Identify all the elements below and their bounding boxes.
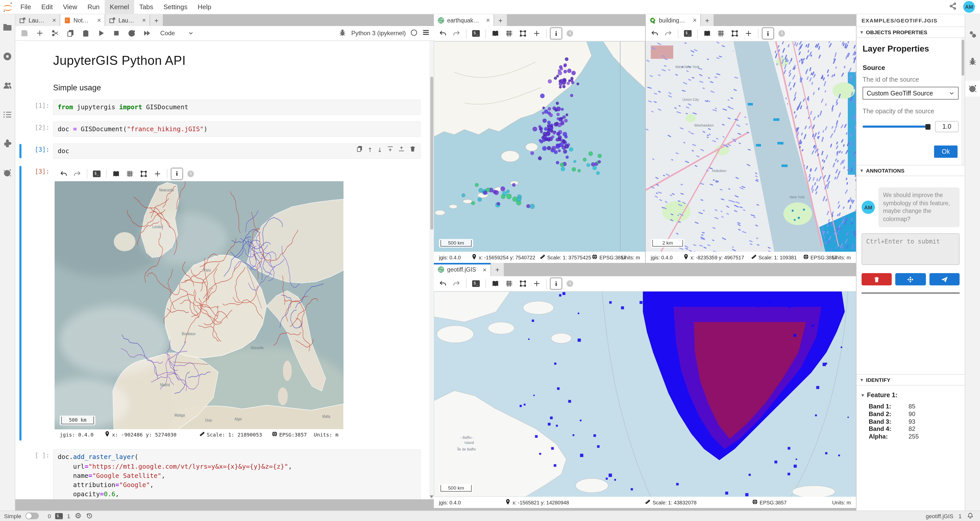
notebook-menu-icon[interactable] [422, 29, 430, 38]
console-terminal-icon[interactable]: $_ [470, 278, 482, 290]
identify-info-icon[interactable]: i [762, 27, 774, 39]
redo-icon[interactable] [662, 27, 674, 39]
basemap-book-icon[interactable] [490, 278, 501, 290]
identify-info-icon[interactable]: i [171, 168, 183, 180]
insert-above-icon[interactable] [387, 146, 393, 155]
identify-info-icon[interactable]: i [550, 27, 562, 39]
run-all-icon[interactable] [142, 27, 152, 39]
history-icon[interactable] [86, 512, 93, 520]
extensions-puzzle-icon[interactable] [0, 136, 15, 151]
selection-icon[interactable] [517, 278, 529, 290]
tab-earthquakes[interactable]: earthquakes.jGIS × [434, 14, 494, 26]
debugger-bug-icon[interactable] [339, 28, 347, 38]
temporal-clock-icon[interactable] [776, 27, 788, 39]
notebook-content[interactable]: JupyterGIS Python API Simple usage [1]: … [15, 41, 434, 499]
kernel-chip-icon[interactable] [74, 512, 81, 520]
new-tab-button[interactable]: + [150, 14, 163, 26]
jupytergis-globe-icon[interactable] [0, 165, 15, 181]
new-tab-button[interactable]: + [494, 14, 508, 26]
tab-geotiff[interactable]: geotiff.jGIS × [434, 263, 491, 276]
code-cell-2[interactable]: [2]: doc = GISDocument("france_hiking.jG… [19, 121, 421, 137]
opacity-slider[interactable] [862, 126, 930, 127]
kernels-count[interactable]: 1 [67, 513, 70, 519]
add-layer-icon[interactable] [743, 27, 754, 39]
buildings-map[interactable]: West New YorkUnion CityWeehawkenHobokenN… [646, 41, 856, 252]
menu-tabs[interactable]: Tabs [134, 0, 159, 14]
debugger-bug-icon[interactable] [965, 54, 980, 69]
cut-cells-icon[interactable] [50, 27, 60, 39]
undo-icon[interactable] [58, 168, 69, 180]
notifications-count[interactable]: 1 [959, 513, 962, 519]
run-cell-icon[interactable] [96, 27, 106, 39]
selection-icon[interactable] [517, 27, 529, 39]
close-icon[interactable]: × [97, 17, 101, 24]
basemap-book-icon[interactable] [110, 168, 122, 180]
identify-feature[interactable]: ▾ Feature 1: [862, 392, 959, 399]
save-icon[interactable] [19, 27, 30, 39]
share-icon[interactable] [949, 2, 957, 12]
tab-launcher-1[interactable]: Launcher × [15, 14, 60, 26]
close-icon[interactable]: × [142, 17, 146, 24]
paste-cells-icon[interactable] [81, 27, 91, 39]
add-layer-icon[interactable] [151, 168, 163, 180]
selection-icon[interactable] [729, 27, 741, 39]
menu-edit[interactable]: Edit [36, 0, 58, 14]
move-up-icon[interactable]: ↑ [368, 146, 372, 155]
new-tab-button[interactable]: + [701, 14, 714, 26]
grid-icon[interactable] [124, 168, 136, 180]
code-cell-3-active[interactable]: [3]: doc↑↓ [19, 144, 421, 159]
temporal-clock-icon[interactable] [564, 27, 576, 39]
undo-icon[interactable] [649, 27, 660, 39]
close-icon[interactable]: × [52, 17, 56, 24]
cell-3-output-map[interactable]: [3]: $_i [19, 166, 421, 441]
grid-icon[interactable] [503, 27, 515, 39]
menu-kernel[interactable]: Kernel [105, 0, 134, 14]
geotiff-map[interactable]: - Baffin -IslandÎle de Baffin 500 km [434, 292, 856, 497]
menu-settings[interactable]: Settings [158, 0, 192, 14]
duplicate-cell-icon[interactable] [356, 146, 363, 155]
add-layer-icon[interactable] [531, 278, 542, 290]
console-terminal-icon[interactable]: $_ [470, 27, 482, 39]
earthquakes-map[interactable]: 500 km [434, 41, 645, 252]
menu-view[interactable]: View [58, 0, 83, 14]
properties-scrollbar[interactable] [961, 38, 965, 165]
code-cell-raster[interactable]: [ ]: doc.add_raster_layer( url="https://… [19, 449, 421, 499]
france-map[interactable]: NewcastleLondonParisBordeauxMarseilleMad… [55, 182, 344, 430]
add-layer-icon[interactable] [531, 27, 542, 39]
annotations-section[interactable]: ▾ ANNOTATIONS [856, 165, 965, 176]
grid-icon[interactable] [715, 27, 727, 39]
terminals-count[interactable]: 0 [48, 513, 51, 519]
temporal-clock-icon[interactable] [564, 278, 576, 290]
redo-icon[interactable] [451, 27, 463, 39]
tab-buildings[interactable]: buildings.qgz × [646, 14, 701, 26]
ok-button[interactable]: Ok [934, 145, 958, 158]
redo-icon[interactable] [72, 168, 83, 180]
tab-launcher-2[interactable]: Launcher × [105, 14, 150, 26]
redo-icon[interactable] [451, 278, 463, 290]
menu-run[interactable]: Run [83, 0, 105, 14]
basemap-book-icon[interactable] [490, 27, 501, 39]
property-inspector-gears-icon[interactable] [965, 27, 980, 42]
table-of-contents-icon[interactable] [0, 107, 15, 123]
new-tab-button[interactable]: + [491, 263, 504, 276]
insert-below-icon[interactable] [398, 146, 405, 155]
objects-properties-section[interactable]: ▾ OBJECTS PROPERTIES [856, 27, 965, 38]
annotation-input[interactable] [862, 233, 959, 265]
identify-section[interactable]: ▾ IDENTIFY [856, 374, 965, 386]
slider-thumb[interactable] [925, 124, 931, 129]
simple-mode-toggle[interactable] [25, 513, 38, 519]
close-icon[interactable]: × [486, 17, 490, 24]
undo-icon[interactable] [437, 27, 449, 39]
grid-icon[interactable] [503, 278, 515, 290]
tab-notebook[interactable]: Notebook.ipynb × [60, 14, 105, 26]
bell-icon[interactable] [967, 512, 974, 520]
source-select[interactable]: Custom GeoTiff Source [862, 87, 959, 100]
selection-icon[interactable] [138, 168, 150, 180]
interrupt-kernel-icon[interactable] [111, 27, 121, 39]
center-annotation-button[interactable] [896, 273, 926, 285]
gis-panel-globe-icon[interactable] [965, 81, 980, 97]
opacity-value-input[interactable]: 1.0 [935, 121, 959, 132]
undo-icon[interactable] [437, 278, 449, 290]
submit-annotation-button[interactable] [929, 273, 959, 285]
console-terminal-icon[interactable]: $_ [682, 27, 694, 39]
